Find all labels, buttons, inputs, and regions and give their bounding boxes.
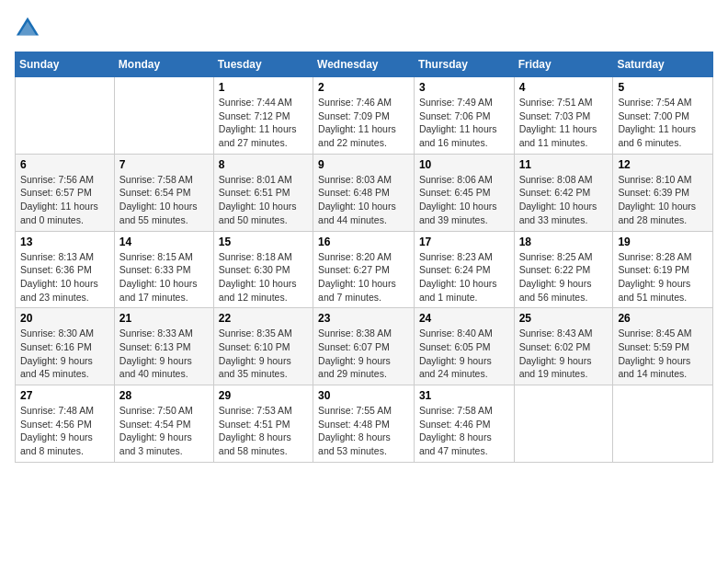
calendar-cell: 22Sunrise: 8:35 AM Sunset: 6:10 PM Dayli… — [213, 308, 313, 385]
day-info: Sunrise: 7:54 AM Sunset: 7:00 PM Dayligh… — [618, 96, 708, 150]
day-info: Sunrise: 8:43 AM Sunset: 6:02 PM Dayligh… — [519, 327, 609, 381]
day-number: 5 — [618, 81, 708, 94]
day-info: Sunrise: 8:30 AM Sunset: 6:16 PM Dayligh… — [20, 327, 109, 381]
calendar-cell: 26Sunrise: 8:45 AM Sunset: 5:59 PM Dayli… — [613, 308, 713, 385]
day-number: 8 — [219, 158, 308, 171]
calendar-week-row: 6Sunrise: 7:56 AM Sunset: 6:57 PM Daylig… — [16, 154, 713, 231]
day-info: Sunrise: 8:10 AM Sunset: 6:39 PM Dayligh… — [618, 173, 708, 227]
day-number: 11 — [519, 158, 609, 171]
day-info: Sunrise: 7:58 AM Sunset: 4:46 PM Dayligh… — [419, 404, 509, 458]
page-header — [15, 15, 713, 40]
calendar-cell: 9Sunrise: 8:03 AM Sunset: 6:48 PM Daylig… — [313, 154, 415, 231]
logo-icon — [15, 15, 40, 40]
logo — [15, 15, 44, 40]
day-info: Sunrise: 8:20 AM Sunset: 6:27 PM Dayligh… — [318, 250, 409, 304]
day-info: Sunrise: 8:06 AM Sunset: 6:45 PM Dayligh… — [419, 173, 509, 227]
day-number: 25 — [519, 312, 609, 325]
calendar-cell: 10Sunrise: 8:06 AM Sunset: 6:45 PM Dayli… — [414, 154, 514, 231]
day-info: Sunrise: 7:48 AM Sunset: 4:56 PM Dayligh… — [20, 404, 109, 458]
day-info: Sunrise: 8:18 AM Sunset: 6:30 PM Dayligh… — [219, 250, 308, 304]
weekday-header-monday: Monday — [114, 52, 213, 77]
calendar-cell: 12Sunrise: 8:10 AM Sunset: 6:39 PM Dayli… — [613, 154, 713, 231]
calendar-header: SundayMondayTuesdayWednesdayThursdayFrid… — [16, 52, 713, 77]
day-info: Sunrise: 8:15 AM Sunset: 6:33 PM Dayligh… — [119, 250, 209, 304]
calendar-cell: 7Sunrise: 7:58 AM Sunset: 6:54 PM Daylig… — [114, 154, 213, 231]
calendar-cell — [514, 385, 613, 463]
day-info: Sunrise: 7:51 AM Sunset: 7:03 PM Dayligh… — [519, 96, 609, 150]
day-number: 19 — [618, 236, 708, 248]
day-number: 24 — [419, 312, 509, 325]
calendar-cell: 2Sunrise: 7:46 AM Sunset: 7:09 PM Daylig… — [313, 77, 415, 155]
calendar-week-row: 27Sunrise: 7:48 AM Sunset: 4:56 PM Dayli… — [16, 385, 713, 463]
day-number: 26 — [618, 312, 708, 325]
calendar-cell — [114, 77, 213, 155]
calendar-cell: 4Sunrise: 7:51 AM Sunset: 7:03 PM Daylig… — [514, 77, 613, 155]
calendar-cell — [613, 385, 713, 463]
calendar-cell: 1Sunrise: 7:44 AM Sunset: 7:12 PM Daylig… — [213, 77, 313, 155]
day-number: 6 — [20, 158, 109, 171]
day-info: Sunrise: 8:23 AM Sunset: 6:24 PM Dayligh… — [419, 250, 509, 304]
day-info: Sunrise: 7:56 AM Sunset: 6:57 PM Dayligh… — [20, 173, 109, 227]
day-info: Sunrise: 8:25 AM Sunset: 6:22 PM Dayligh… — [519, 250, 609, 304]
weekday-header-saturday: Saturday — [613, 52, 713, 77]
day-info: Sunrise: 7:49 AM Sunset: 7:06 PM Dayligh… — [419, 96, 509, 150]
day-info: Sunrise: 8:13 AM Sunset: 6:36 PM Dayligh… — [20, 250, 109, 304]
day-info: Sunrise: 8:01 AM Sunset: 6:51 PM Dayligh… — [219, 173, 308, 227]
calendar-cell: 6Sunrise: 7:56 AM Sunset: 6:57 PM Daylig… — [16, 154, 115, 231]
day-number: 31 — [419, 389, 509, 402]
day-info: Sunrise: 8:03 AM Sunset: 6:48 PM Dayligh… — [318, 173, 409, 227]
calendar-cell: 29Sunrise: 7:53 AM Sunset: 4:51 PM Dayli… — [213, 385, 313, 463]
calendar-cell: 20Sunrise: 8:30 AM Sunset: 6:16 PM Dayli… — [16, 308, 115, 385]
calendar-cell: 15Sunrise: 8:18 AM Sunset: 6:30 PM Dayli… — [213, 231, 313, 308]
calendar-cell: 18Sunrise: 8:25 AM Sunset: 6:22 PM Dayli… — [514, 231, 613, 308]
weekday-header-tuesday: Tuesday — [213, 52, 313, 77]
day-info: Sunrise: 8:28 AM Sunset: 6:19 PM Dayligh… — [618, 250, 708, 304]
calendar-cell: 21Sunrise: 8:33 AM Sunset: 6:13 PM Dayli… — [114, 308, 213, 385]
calendar-body: 1Sunrise: 7:44 AM Sunset: 7:12 PM Daylig… — [16, 77, 713, 463]
day-number: 28 — [119, 389, 209, 402]
day-number: 2 — [318, 81, 409, 94]
day-info: Sunrise: 8:40 AM Sunset: 6:05 PM Dayligh… — [419, 327, 509, 381]
calendar-cell: 14Sunrise: 8:15 AM Sunset: 6:33 PM Dayli… — [114, 231, 213, 308]
day-info: Sunrise: 8:45 AM Sunset: 5:59 PM Dayligh… — [618, 327, 708, 381]
day-number: 15 — [219, 236, 308, 248]
calendar-cell: 28Sunrise: 7:50 AM Sunset: 4:54 PM Dayli… — [114, 385, 213, 463]
calendar-week-row: 20Sunrise: 8:30 AM Sunset: 6:16 PM Dayli… — [16, 308, 713, 385]
day-info: Sunrise: 8:38 AM Sunset: 6:07 PM Dayligh… — [318, 327, 409, 381]
calendar-cell: 13Sunrise: 8:13 AM Sunset: 6:36 PM Dayli… — [16, 231, 115, 308]
day-info: Sunrise: 7:53 AM Sunset: 4:51 PM Dayligh… — [219, 404, 308, 458]
day-number: 4 — [519, 81, 609, 94]
day-number: 20 — [20, 312, 109, 325]
day-number: 29 — [219, 389, 308, 402]
calendar-cell: 3Sunrise: 7:49 AM Sunset: 7:06 PM Daylig… — [414, 77, 514, 155]
day-number: 16 — [318, 236, 409, 248]
calendar-week-row: 1Sunrise: 7:44 AM Sunset: 7:12 PM Daylig… — [16, 77, 713, 155]
day-number: 30 — [318, 389, 409, 402]
day-number: 23 — [318, 312, 409, 325]
day-number: 14 — [119, 236, 209, 248]
day-number: 27 — [20, 389, 109, 402]
day-number: 22 — [219, 312, 308, 325]
calendar-cell: 17Sunrise: 8:23 AM Sunset: 6:24 PM Dayli… — [414, 231, 514, 308]
day-number: 17 — [419, 236, 509, 248]
day-info: Sunrise: 8:08 AM Sunset: 6:42 PM Dayligh… — [519, 173, 609, 227]
day-number: 18 — [519, 236, 609, 248]
day-number: 3 — [419, 81, 509, 94]
day-info: Sunrise: 7:44 AM Sunset: 7:12 PM Dayligh… — [219, 96, 308, 150]
day-number: 13 — [20, 236, 109, 248]
calendar-cell: 8Sunrise: 8:01 AM Sunset: 6:51 PM Daylig… — [213, 154, 313, 231]
day-info: Sunrise: 7:58 AM Sunset: 6:54 PM Dayligh… — [119, 173, 209, 227]
calendar-cell: 25Sunrise: 8:43 AM Sunset: 6:02 PM Dayli… — [514, 308, 613, 385]
day-number: 9 — [318, 158, 409, 171]
calendar-cell: 24Sunrise: 8:40 AM Sunset: 6:05 PM Dayli… — [414, 308, 514, 385]
day-info: Sunrise: 8:35 AM Sunset: 6:10 PM Dayligh… — [219, 327, 308, 381]
weekday-header-wednesday: Wednesday — [313, 52, 415, 77]
day-number: 12 — [618, 158, 708, 171]
calendar-cell: 5Sunrise: 7:54 AM Sunset: 7:00 PM Daylig… — [613, 77, 713, 155]
calendar-cell — [16, 77, 115, 155]
calendar-cell: 31Sunrise: 7:58 AM Sunset: 4:46 PM Dayli… — [414, 385, 514, 463]
day-info: Sunrise: 8:33 AM Sunset: 6:13 PM Dayligh… — [119, 327, 209, 381]
weekday-header-thursday: Thursday — [414, 52, 514, 77]
day-info: Sunrise: 7:55 AM Sunset: 4:48 PM Dayligh… — [318, 404, 409, 458]
weekday-header-sunday: Sunday — [16, 52, 115, 77]
